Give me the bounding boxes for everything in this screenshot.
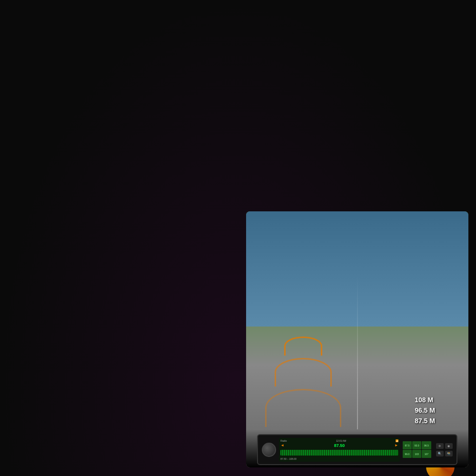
hd-video-image (246, 52, 468, 109)
fm-signal-bar (280, 450, 398, 456)
fm-freq-high: 108 M (415, 396, 435, 404)
fm-device: Radio 12:01 AM 📶 ◄ 87.50 ► 87.50 ~ 108.0… (257, 434, 457, 465)
fm-preset-buttons: 87.5 93.0 96.5 99.0 103 107 (403, 441, 431, 458)
fm-freq-mid: 96.5 M (415, 407, 435, 414)
fm-freq-range: 87.50 ~ 108.00 (280, 457, 297, 460)
fm-freq-labels: 108 M 96.5 M 87.5 M (415, 396, 435, 425)
fm-freq-low: 87.5 M (415, 417, 435, 425)
fm-radio-image: 108 M 96.5 M 87.5 M Radio 12:01 AM 📶 (246, 211, 468, 467)
fm-knob (262, 443, 276, 457)
fm-screen: Radio 12:01 AM 📶 ◄ 87.50 ► 87.50 ~ 108.0… (279, 438, 399, 462)
fm-freq-display: 87.50 (334, 443, 345, 448)
right-column: Enjoy more HD video HD Supports 1080P HD… (238, 0, 476, 476)
fm-section: FM Radio It supports automatic search an… (246, 168, 468, 467)
fm-device-container: Radio 12:01 AM 📶 ◄ 87.50 ► 87.50 ~ 108.0… (246, 429, 468, 467)
hd-section: Enjoy more HD video HD Supports 1080P HD… (246, 9, 468, 113)
